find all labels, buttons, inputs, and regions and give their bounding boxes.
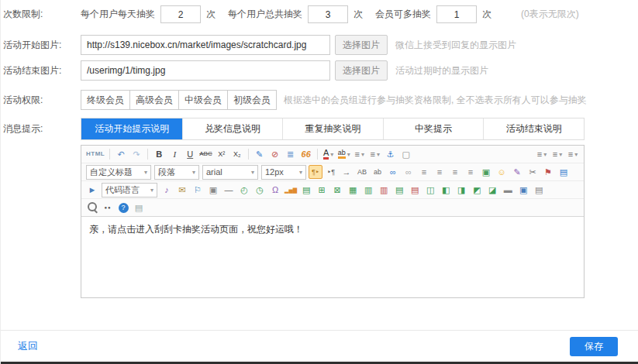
horizontal-rule-icon[interactable]: ― [222,183,236,197]
limit-count-input[interactable] [308,5,348,23]
highlight-color-icon[interactable]: ab▾ [337,147,351,161]
paragraph-format-dropdown[interactable]: 段落▾ [154,165,199,180]
special-char-icon[interactable]: Ω [268,183,282,197]
tab-redeem-info[interactable]: 兑奖信息说明 [182,118,283,139]
font-family-dropdown[interactable]: arial▾ [202,165,258,180]
search-replace-icon[interactable] [85,201,99,215]
align-center-icon[interactable]: ≡ [433,165,447,179]
merge-right-icon[interactable]: ◧ [439,183,453,197]
word-image-icon[interactable]: ▣ [516,183,530,197]
select-all-icon[interactable]: ▢ [399,147,413,161]
indent-icon[interactable]: → [340,165,353,179]
time-icon[interactable]: ◷ [253,183,267,197]
remove-format-icon[interactable]: ⊘ [268,147,282,161]
auto-typeset-icon[interactable]: ≣ [284,147,298,161]
code-language-dropdown[interactable]: 代码语言▾ [102,183,157,197]
font-size-dropdown[interactable]: 12px▾ [261,165,306,180]
split-rows-icon[interactable]: ◩ [470,183,484,197]
anchor-icon[interactable]: ⚓ [384,147,398,161]
end-image-pick-button[interactable]: 选择图片 [335,60,388,81]
limit-count-input[interactable] [436,5,477,23]
find-icon[interactable]: ●● [101,201,115,215]
source-code-button[interactable]: HTML [85,147,105,161]
align-left-icon[interactable]: ≡ [417,165,431,179]
subscript-icon[interactable]: X₂ [230,147,244,161]
toolbar-separator [248,149,249,160]
redo-icon[interactable]: ↷ [129,147,143,161]
screenshot-icon[interactable]: ✂ [526,165,540,179]
print-icon[interactable]: ▤ [557,165,571,179]
tab-repeat-draw[interactable]: 重复抽奖说明 [282,118,383,139]
ordered-list-icon[interactable]: ≡▾ [353,147,367,161]
merge-cells-icon[interactable]: ◫ [423,183,437,197]
iframe-icon[interactable]: ▣ [206,183,220,197]
unordered-list-icon[interactable]: ≡▾ [368,147,382,161]
paragraph-spacing-before-dropdown[interactable]: ≡▾ [535,147,549,161]
insert-table-icon[interactable]: ⊞ [315,183,329,197]
lowercase-icon[interactable]: ab [371,165,385,179]
link-icon[interactable]: ∞ [386,165,400,179]
align-justify-icon[interactable]: ≡ [464,165,478,179]
permission-intermediate[interactable]: 中级会员 [178,90,228,110]
save-button[interactable]: 保存 [570,337,618,356]
delete-col-icon[interactable]: ▤ [408,183,422,197]
tab-activity-start-tip[interactable]: 活动开始提示说明 [81,118,182,139]
editor-toolbar-row-3: ►代码语言▾♪✉⚐▣―◴◷Ω▂▅▇▤⊞⊠▦▥▥▤▤◫◧◨◩◪▬▣▤ [81,181,584,199]
start-image-pick-button[interactable]: 选择图片 [335,35,388,55]
rtl-icon[interactable]: ‣¶ [324,165,338,179]
undo-icon[interactable]: ↶ [114,147,128,161]
blockquote-icon[interactable]: 66 [299,147,313,161]
permission-senior[interactable]: 高级会员 [129,90,179,110]
split-cols-icon[interactable]: ◪ [485,183,499,197]
strikethrough-icon[interactable]: ABC [198,147,212,161]
editor-label-spacer [3,145,81,298]
underline-icon[interactable]: U [183,147,197,161]
date-icon[interactable]: ◴ [237,183,251,197]
delete-row-icon[interactable]: ▥ [377,183,391,197]
permission-ultimate[interactable]: 终级会员 [81,90,130,110]
back-link[interactable]: 返回 [18,339,38,353]
page-break-icon[interactable]: ▬ [501,183,515,197]
map-icon[interactable]: ⚑ [541,165,555,179]
tab-win-tip[interactable]: 中奖提示 [383,118,484,139]
end-image-input[interactable] [81,60,330,81]
italic-icon[interactable]: I [167,147,181,161]
limits-label: 次数限制: [3,8,81,21]
insert-col-icon[interactable]: ▤ [392,183,406,197]
help-icon[interactable]: ? [116,201,130,215]
insert-row-icon[interactable]: ▥ [361,183,375,197]
font-color-icon[interactable]: A▾ [322,147,336,161]
insert-video-icon[interactable]: ► [85,183,99,197]
custom-title-dropdown[interactable]: 自定义标题▾ [86,165,151,180]
drafts-icon[interactable]: ▤ [132,201,146,215]
print-preview-icon[interactable]: ▤ [532,183,546,197]
superscript-icon[interactable]: X² [215,147,229,161]
paragraph-spacing-after-dropdown[interactable]: ≡▾ [550,147,564,161]
toolbar-separator [317,149,318,160]
editor-content[interactable]: 亲，请点击进入刮刮卡抽奖活动页面，祝您好运哦！ [81,217,584,297]
merge-down-icon[interactable]: ◨ [454,183,468,197]
scrawl-icon[interactable]: ✎ [510,165,524,179]
attachment-icon[interactable]: ✉ [175,183,189,197]
align-right-icon[interactable]: ≡ [448,165,462,179]
format-painter-icon[interactable]: ✎ [253,147,267,161]
spreadsheet-icon[interactable]: ▤ [299,183,313,197]
map-marker-icon[interactable]: ⚐ [191,183,205,197]
start-image-input[interactable] [81,35,330,55]
tab-activity-end[interactable]: 活动结束说明 [483,118,584,139]
bold-icon[interactable]: B [152,147,166,161]
line-spacing-dropdown[interactable]: ≡▾ [566,147,580,161]
limit-count-input[interactable] [160,5,201,23]
permission-junior[interactable]: 初级会员 [227,90,277,110]
insert-audio-icon[interactable]: ♪ [160,183,174,197]
emotion-icon[interactable]: ☺ [495,165,509,179]
message-tabs-label: 消息提示: [3,122,81,136]
chart-icon[interactable]: ▂▅▇ [284,183,298,197]
uppercase-icon[interactable]: AB [355,165,369,179]
delete-table-icon[interactable]: ⊠ [330,183,344,197]
table-title-icon[interactable]: ▦ [346,183,360,197]
insert-image-icon[interactable]: ▣ [479,165,493,179]
start-image-row: 活动开始图片: 选择图片 微信上接受到回复的显示图片 [1,35,638,55]
ltr-icon[interactable]: ¶‣ [309,165,322,179]
unlink-icon[interactable]: ∞ [402,165,416,179]
